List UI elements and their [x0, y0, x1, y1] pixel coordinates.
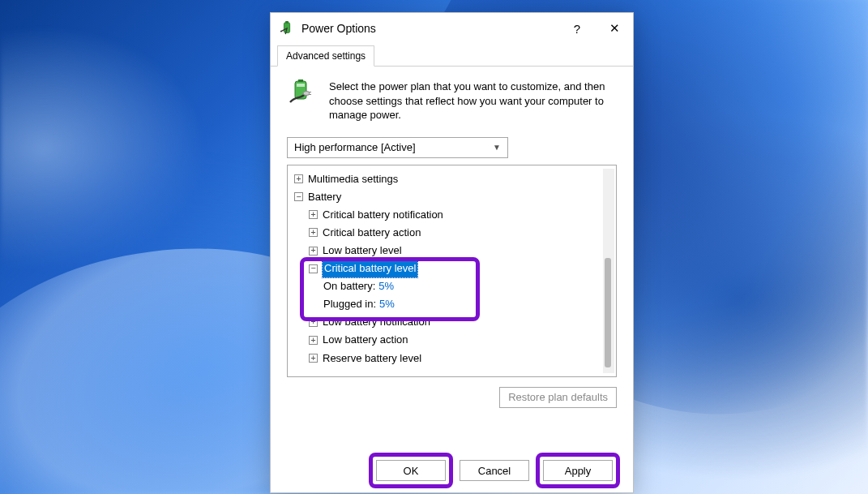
ok-button[interactable]: OK — [376, 460, 446, 481]
svg-rect-0 — [284, 23, 289, 33]
tree-label: Battery — [308, 188, 341, 206]
restore-defaults-button[interactable]: Restore plan defaults — [499, 387, 617, 408]
cancel-button[interactable]: Cancel — [460, 460, 529, 481]
tree-item-battery[interactable]: − Battery — [294, 188, 616, 206]
svg-rect-4 — [298, 79, 303, 82]
power-options-dialog: Power Options ? ✕ Advanced settings Sele — [270, 12, 634, 493]
annotation-highlight: OK — [369, 453, 453, 488]
tree-item-reserve-level[interactable]: + Reserve battery level — [294, 350, 616, 367]
tree-label: Plugged in: — [323, 295, 376, 313]
dialog-footer: OK Cancel Apply — [271, 449, 633, 492]
tree-item-critical-level[interactable]: − Critical battery level — [294, 260, 616, 277]
tree-item-critical-notification[interactable]: + Critical battery notification — [294, 206, 616, 224]
plugged-in-value[interactable]: 5% — [379, 295, 395, 313]
svg-rect-7 — [309, 92, 311, 92]
tree-label: Low battery level — [323, 242, 402, 260]
expand-icon[interactable]: + — [309, 336, 318, 345]
tree-label: Reserve battery level — [323, 350, 421, 367]
expand-icon[interactable]: + — [309, 247, 318, 256]
collapse-icon[interactable]: − — [309, 264, 318, 273]
tree-label: On battery: — [323, 277, 375, 295]
tree-item-plugged-in[interactable]: Plugged in: 5% — [294, 295, 616, 313]
apply-button[interactable]: Apply — [543, 460, 613, 481]
scroll-thumb[interactable] — [605, 258, 611, 367]
tree-label-selected: Critical battery level — [323, 260, 417, 277]
tree-label: Low battery action — [323, 331, 408, 349]
tab-advanced-settings[interactable]: Advanced settings — [277, 45, 374, 67]
expand-icon[interactable]: + — [309, 228, 318, 237]
intro-text: Select the power plan that you want to c… — [329, 79, 617, 122]
expand-icon[interactable]: + — [309, 354, 318, 363]
power-plan-icon — [279, 20, 295, 37]
tree-label: Multimedia settings — [308, 170, 398, 188]
svg-point-2 — [280, 31, 282, 32]
tree-label: Critical battery action — [323, 224, 421, 242]
battery-plug-icon — [287, 79, 316, 109]
svg-rect-8 — [309, 94, 311, 95]
tree-item-low-notification[interactable]: + Low battery notification — [294, 313, 616, 331]
tree-item-on-battery[interactable]: On battery: 5% — [294, 277, 616, 295]
dialog-title: Power Options — [301, 22, 558, 35]
tree-item-critical-action[interactable]: + Critical battery action — [294, 224, 616, 242]
expand-icon[interactable]: + — [294, 174, 303, 183]
scrollbar[interactable] — [603, 169, 614, 373]
power-plan-select[interactable]: High performance [Active] ▼ — [287, 137, 508, 158]
intro-row: Select the power plan that you want to c… — [287, 79, 617, 122]
svg-rect-5 — [297, 84, 305, 87]
tabstrip: Advanced settings — [271, 44, 633, 67]
settings-tree: + Multimedia settings − Battery + Critic… — [287, 165, 617, 377]
tree-item-multimedia[interactable]: + Multimedia settings — [294, 170, 616, 188]
expand-icon[interactable]: + — [309, 318, 318, 327]
svg-rect-1 — [285, 21, 289, 24]
help-button[interactable]: ? — [558, 13, 596, 44]
titlebar: Power Options ? ✕ — [271, 13, 633, 44]
expand-icon[interactable]: + — [309, 210, 318, 219]
annotation-highlight: Apply — [536, 453, 620, 488]
svg-point-6 — [303, 92, 310, 96]
tree-item-low-action[interactable]: + Low battery action — [294, 331, 616, 349]
chevron-down-icon: ▼ — [493, 143, 501, 152]
tree-label: Critical battery notification — [323, 206, 443, 224]
close-button[interactable]: ✕ — [596, 13, 633, 44]
plan-select-value: High performance [Active] — [294, 141, 416, 153]
tree-item-low-level[interactable]: + Low battery level — [294, 242, 616, 260]
tree-label: Low battery notification — [323, 313, 430, 331]
on-battery-value[interactable]: 5% — [378, 277, 394, 295]
collapse-icon[interactable]: − — [294, 192, 303, 201]
